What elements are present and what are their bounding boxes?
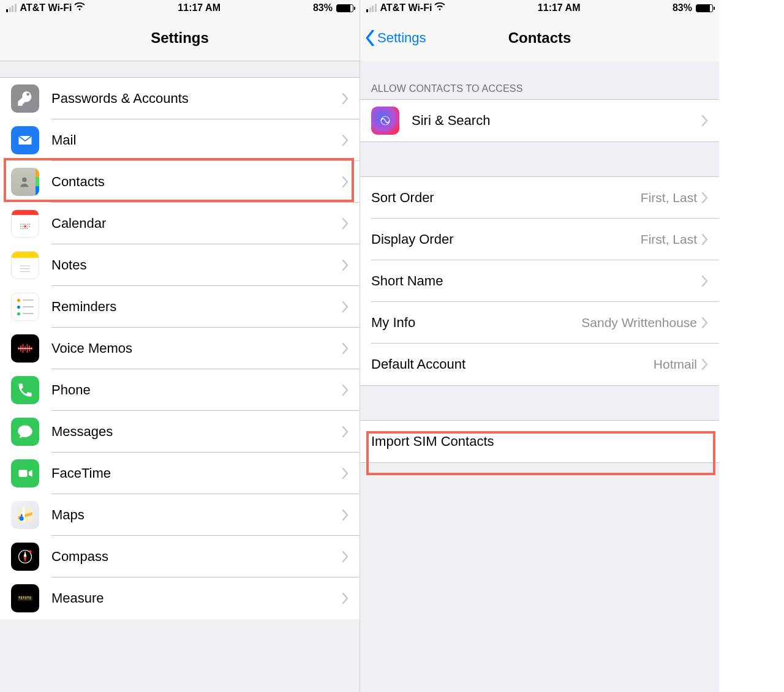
cellular-signal-icon: [366, 4, 377, 12]
settings-row-label: Notes: [51, 257, 342, 273]
battery-percent: 83%: [673, 2, 692, 13]
settings-list-group: Passwords & Accounts Mail Contacts: [0, 77, 360, 619]
settings-screen: AT&T Wi-Fi 11:17 AM 83% Settings Passwor…: [0, 0, 360, 692]
settings-row-label: Contacts: [51, 174, 342, 190]
chevron-right-icon: [342, 260, 349, 271]
settings-nav-header: Settings: [0, 15, 360, 61]
settings-row-contacts[interactable]: Contacts: [0, 161, 360, 203]
svg-point-12: [23, 228, 24, 229]
settings-row-voicememos[interactable]: Voice Memos: [0, 328, 360, 369]
svg-point-10: [29, 226, 30, 227]
settings-row-facetime[interactable]: FaceTime: [0, 453, 360, 494]
wifi-icon: [74, 2, 85, 13]
import-sim-contacts-label: Import SIM Contacts: [371, 434, 708, 449]
chevron-right-icon: [702, 234, 708, 245]
contacts-title: Contacts: [508, 29, 571, 47]
back-button[interactable]: Settings: [365, 30, 426, 46]
facetime-icon: [11, 459, 39, 487]
siri-group: Siri & Search: [360, 99, 719, 142]
settings-row-measure[interactable]: Measure: [0, 577, 360, 619]
svg-point-14: [27, 228, 28, 229]
chevron-right-icon: [702, 192, 708, 203]
wifi-icon: [434, 2, 445, 13]
voicememos-icon: [11, 334, 39, 363]
my-info-row[interactable]: My Info Sandy Writtenhouse: [360, 302, 719, 344]
chevron-right-icon: [342, 93, 349, 104]
messages-icon: [11, 418, 39, 446]
settings-row-notes[interactable]: Notes: [0, 244, 360, 286]
settings-row-label: Voice Memos: [51, 340, 342, 356]
chevron-right-icon: [342, 343, 349, 354]
settings-row-maps[interactable]: Maps: [0, 494, 360, 536]
svg-point-1: [20, 224, 21, 225]
sort-order-label: Sort Order: [371, 190, 641, 206]
sort-order-row[interactable]: Sort Order First, Last: [360, 177, 719, 219]
display-order-row[interactable]: Display Order First, Last: [360, 219, 719, 260]
chevron-right-icon: [342, 426, 349, 437]
maps-icon: [11, 501, 39, 529]
chevron-right-icon: [702, 317, 708, 328]
chevron-right-icon: [702, 115, 708, 126]
svg-point-0: [22, 178, 26, 182]
chevron-right-icon: [342, 593, 349, 604]
settings-row-compass[interactable]: Compass: [0, 536, 360, 577]
chevron-right-icon: [342, 218, 349, 229]
svg-point-13: [24, 228, 26, 229]
chevron-right-icon: [342, 135, 349, 146]
sort-order-value: First, Last: [641, 190, 697, 205]
settings-row-messages[interactable]: Messages: [0, 411, 360, 453]
section-header-allow-access: ALLOW CONTACTS TO ACCESS: [360, 61, 719, 99]
contacts-settings-screen: AT&T Wi-Fi 11:17 AM 83% Settings Contact…: [360, 0, 719, 692]
svg-point-9: [27, 226, 28, 227]
my-info-value: Sandy Writtenhouse: [581, 315, 697, 330]
cellular-signal-icon: [6, 4, 17, 12]
phone-icon: [11, 376, 39, 404]
display-order-label: Display Order: [371, 231, 641, 247]
settings-row-label: Reminders: [51, 299, 342, 315]
default-account-label: Default Account: [371, 356, 654, 372]
default-account-row[interactable]: Default Account Hotmail: [360, 344, 719, 385]
svg-point-6: [20, 226, 21, 227]
svg-point-2: [23, 224, 24, 225]
settings-row-calendar[interactable]: Calendar: [0, 203, 360, 244]
settings-row-phone[interactable]: Phone: [0, 369, 360, 411]
svg-point-3: [24, 224, 26, 225]
compass-icon: [11, 543, 39, 571]
svg-point-27: [20, 516, 24, 521]
contacts-nav-header: Settings Contacts: [360, 15, 719, 61]
settings-row-label: Maps: [51, 507, 342, 523]
settings-row-mail[interactable]: Mail: [0, 119, 360, 161]
svg-point-4: [27, 224, 28, 225]
chevron-right-icon: [342, 551, 349, 562]
notes-icon: [11, 251, 39, 279]
short-name-row[interactable]: Short Name: [360, 260, 719, 302]
chevron-right-icon: [342, 301, 349, 312]
svg-point-7: [23, 226, 24, 227]
settings-row-reminders[interactable]: Reminders: [0, 286, 360, 328]
chevron-right-icon: [342, 468, 349, 479]
chevron-right-icon: [702, 276, 708, 287]
status-time: 11:17 AM: [178, 2, 221, 13]
import-sim-group: Import SIM Contacts: [360, 420, 719, 463]
siri-icon: [371, 107, 399, 135]
chevron-right-icon: [342, 385, 349, 396]
battery-percent: 83%: [313, 2, 333, 13]
chevron-right-icon: [342, 176, 349, 187]
carrier-label: AT&T Wi-Fi: [20, 2, 72, 13]
status-bar: AT&T Wi-Fi 11:17 AM 83%: [0, 0, 360, 15]
svg-point-11: [20, 228, 21, 229]
settings-row-label: Calendar: [51, 216, 342, 231]
display-order-value: First, Last: [641, 232, 697, 247]
mail-icon: [11, 126, 39, 154]
settings-title: Settings: [151, 29, 209, 47]
settings-row-label: Mail: [51, 132, 342, 148]
siri-search-row[interactable]: Siri & Search: [360, 100, 719, 141]
siri-search-label: Siri & Search: [412, 113, 702, 129]
svg-rect-26: [19, 470, 28, 477]
battery-icon: [696, 4, 713, 12]
battery-icon: [336, 4, 353, 12]
svg-point-8: [24, 225, 26, 228]
settings-row-passwords[interactable]: Passwords & Accounts: [0, 78, 360, 119]
import-sim-contacts-button[interactable]: Import SIM Contacts: [360, 421, 719, 462]
measure-icon: [11, 584, 39, 612]
